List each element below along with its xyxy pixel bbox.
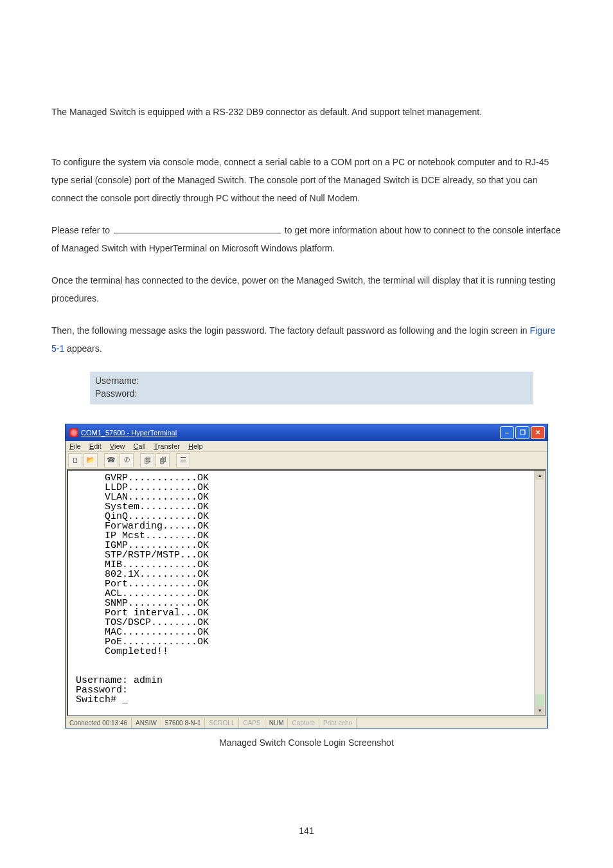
minimize-button[interactable] (500, 426, 514, 439)
menu-call[interactable]: Call (134, 442, 146, 450)
toolbar-open-icon[interactable]: 📂 (84, 453, 98, 467)
status-filler (357, 718, 547, 728)
credentials-box: Username: Password: (90, 372, 533, 404)
paragraph-2: To configure the system via console mode… (51, 153, 562, 207)
menu-file[interactable]: File (69, 442, 81, 450)
toolbar-new-icon[interactable]: 🗋 (68, 453, 82, 467)
paragraph-3: Please refer to to get more information … (51, 221, 562, 257)
page-number: 141 (0, 826, 613, 836)
status-scroll: SCROLL (205, 718, 239, 728)
menu-bar[interactable]: File Edit View Call Transfer Help (66, 441, 547, 452)
app-icon (69, 428, 78, 437)
password-label: Password: (95, 387, 528, 400)
toolbar: 🗋 📂 ☎ ✆ 🗐 🗐 ☰ (66, 452, 547, 469)
scroll-down-icon[interactable]: ▾ (535, 706, 544, 715)
terminal-viewport[interactable]: GVRP............OK LLDP............OK VL… (67, 469, 546, 716)
window-title-bar[interactable]: COM1_57600 - HyperTerminal (66, 424, 547, 441)
terminal-output: GVRP............OK LLDP............OK VL… (68, 471, 534, 715)
menu-view[interactable]: View (110, 442, 125, 450)
paragraph-5: Then, the following message asks the log… (51, 321, 562, 357)
paragraph-5a: Then, the following message asks the log… (51, 325, 530, 336)
terminal-scrollbar[interactable]: ▴ ▾ (534, 471, 545, 715)
scroll-up-icon[interactable]: ▴ (535, 471, 544, 480)
intro-paragraph: The Managed Switch is equipped with a RS… (51, 103, 562, 121)
status-caps: CAPS (239, 718, 265, 728)
toolbar-connect-icon[interactable]: ☎ (104, 453, 118, 467)
terminal-area: GVRP............OK LLDP............OK VL… (66, 469, 547, 718)
status-echo: Print echo (319, 718, 357, 728)
toolbar-disconnect-icon[interactable]: ✆ (120, 453, 134, 467)
username-label: Username: (95, 374, 528, 387)
close-button[interactable] (531, 426, 545, 439)
status-capture: Capture (288, 718, 319, 728)
status-port: 57600 8-N-1 (161, 718, 206, 728)
hyperterminal-window: COM1_57600 - HyperTerminal File Edit Vie… (65, 424, 548, 728)
menu-transfer[interactable]: Transfer (154, 442, 180, 450)
scroll-thumb[interactable] (535, 694, 544, 706)
figure-caption: Managed Switch Console Login Screenshot (51, 737, 562, 748)
status-num: NUM (265, 718, 289, 728)
paragraph-4: Once the terminal has connected to the d… (51, 271, 562, 307)
toolbar-send-icon[interactable]: 🗐 (140, 453, 154, 467)
paragraph-3a: Please refer to (51, 225, 112, 235)
maximize-button[interactable] (515, 426, 529, 439)
toolbar-receive-icon[interactable]: 🗐 (155, 453, 170, 467)
toolbar-properties-icon[interactable]: ☰ (176, 453, 190, 467)
blank-reference (114, 224, 281, 233)
paragraph-5b: appears. (64, 343, 102, 354)
menu-edit[interactable]: Edit (89, 442, 102, 450)
status-bar: Connected 00:13:46 ANSIW 57600 8-N-1 SCR… (66, 718, 547, 728)
window-title: COM1_57600 - HyperTerminal (81, 429, 177, 437)
status-emulation: ANSIW (132, 718, 161, 728)
menu-help[interactable]: Help (188, 442, 203, 450)
status-connected: Connected 00:13:46 (66, 718, 132, 728)
